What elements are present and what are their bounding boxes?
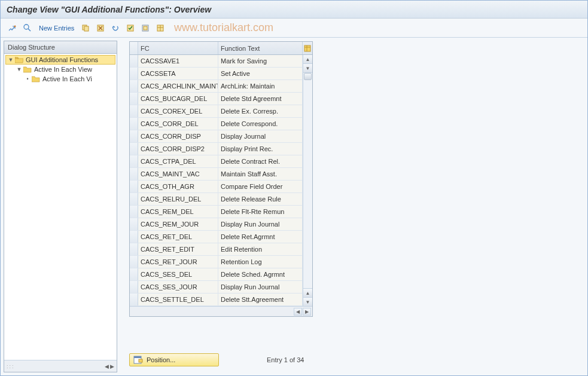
row-selector-header[interactable] — [130, 42, 138, 54]
row-selector[interactable] — [130, 268, 138, 280]
cell-fc[interactable]: CACS_RET_DEL — [138, 231, 218, 243]
cell-fc[interactable]: CACS_BUCAGR_DEL — [138, 93, 218, 105]
column-header-function-text[interactable]: Function Text — [218, 42, 303, 54]
cell-fc[interactable]: CACS_CTPA_DEL — [138, 155, 218, 167]
cell-function-text[interactable]: Delete Ex. Corresp. — [218, 105, 303, 117]
cell-function-text[interactable]: Delete Flt-Rte Remun — [218, 206, 303, 218]
cell-fc[interactable]: CACS_MAINT_VAC — [138, 168, 218, 180]
row-selector[interactable] — [130, 281, 138, 293]
cell-function-text[interactable]: Display Run Journal — [218, 281, 303, 293]
table-row[interactable]: CACS_RET_EDITEdit Retention — [130, 243, 303, 256]
scroll-right-icon[interactable]: ▶ — [110, 363, 114, 369]
table-row[interactable]: CACS_RET_JOURRetention Log — [130, 256, 303, 268]
table-row[interactable]: CACS_RELRU_DELDelete Release Rule — [130, 193, 303, 206]
cell-function-text[interactable]: Edit Retention — [218, 243, 303, 255]
cell-function-text[interactable]: ArchLink: Maintain — [218, 80, 303, 92]
scroll-left-icon[interactable]: ◀ — [105, 363, 109, 369]
table-row[interactable]: CACS_REM_JOURDisplay Run Journal — [130, 218, 303, 231]
table-row[interactable]: CACS_CORR_DISPDisplay Journal — [130, 130, 303, 143]
drag-handle-icon[interactable]: ::: — [7, 363, 15, 369]
cell-function-text[interactable]: Delete Sched. Agrmnt — [218, 268, 303, 280]
collapse-icon[interactable]: ▼ — [16, 66, 22, 72]
cell-fc[interactable]: CACS_RET_JOUR — [138, 256, 218, 268]
tree-node-child1[interactable]: ▼ Active In Each View — [5, 65, 115, 74]
copy-icon[interactable] — [80, 22, 92, 34]
cell-function-text[interactable]: Delete Correspond. — [218, 118, 303, 130]
toggle-display-icon[interactable] — [7, 22, 19, 34]
row-selector[interactable] — [130, 55, 138, 67]
table-config-icon[interactable] — [303, 42, 312, 54]
row-selector[interactable] — [130, 68, 138, 80]
tree-view[interactable]: ▼ GUI Additional Functions ▼ Active In E… — [4, 54, 117, 360]
table-row[interactable]: CACS_CTPA_DELDelete Contract Rel. — [130, 155, 303, 168]
cell-fc[interactable]: CACS_CORR_DISP — [138, 130, 218, 142]
row-selector[interactable] — [130, 93, 138, 105]
row-selector[interactable] — [130, 231, 138, 243]
cell-function-text[interactable]: Delete Stt.Agreement — [218, 294, 303, 305]
tree-node-child2[interactable]: • Active In Each Vi — [5, 74, 115, 84]
cell-fc[interactable]: CACS_RET_EDIT — [138, 243, 218, 255]
row-selector[interactable] — [130, 243, 138, 255]
row-selector[interactable] — [130, 80, 138, 92]
cell-function-text[interactable]: Delete Contract Rel. — [218, 155, 303, 167]
row-selector[interactable] — [130, 181, 138, 192]
cell-fc[interactable]: CACS_RELRU_DEL — [138, 193, 218, 205]
table-row[interactable]: CACS_ARCHLINK_MAINTArchLink: Maintain — [130, 80, 303, 93]
row-selector[interactable] — [130, 105, 138, 117]
table-row[interactable]: CACSSETASet Active — [130, 68, 303, 80]
select-all-icon[interactable] — [124, 22, 136, 34]
row-selector[interactable] — [130, 193, 138, 205]
scroll-down-icon[interactable]: ▼ — [303, 64, 312, 73]
table-row[interactable]: CACS_OTH_AGRCompare Field Order — [130, 181, 303, 193]
cell-fc[interactable]: CACS_SES_DEL — [138, 268, 218, 280]
table-row[interactable]: CACS_CORR_DELDelete Correspond. — [130, 118, 303, 130]
cell-function-text[interactable]: Delete Std Agreemnt — [218, 93, 303, 105]
cell-fc[interactable]: CACS_OTH_AGR — [138, 181, 218, 192]
table-row[interactable]: CACSSAVE1Mark for Saving — [130, 55, 303, 68]
column-header-fc[interactable]: FC — [138, 42, 218, 54]
scroll-down-icon[interactable]: ▼ — [303, 297, 312, 306]
table-row[interactable]: CACS_BUCAGR_DELDelete Std Agreemnt — [130, 93, 303, 105]
table-row[interactable]: CACS_RET_DELDelete Ret.Agrmnt — [130, 231, 303, 243]
cell-fc[interactable]: CACS_SES_JOUR — [138, 281, 218, 293]
row-selector[interactable] — [130, 143, 138, 155]
undo-icon[interactable] — [109, 22, 121, 34]
row-selector[interactable] — [130, 118, 138, 130]
scroll-up-icon[interactable]: ▲ — [303, 55, 312, 64]
row-selector[interactable] — [130, 155, 138, 167]
vertical-scrollbar[interactable]: ▲ ▼ ▲ ▼ — [303, 55, 312, 306]
table-row[interactable]: CACS_REM_DELDelete Flt-Rte Remun — [130, 206, 303, 218]
cell-fc[interactable]: CACS_CORR_DEL — [138, 118, 218, 130]
new-entries-button[interactable]: New Entries — [36, 23, 77, 33]
row-selector[interactable] — [130, 256, 138, 268]
cell-function-text[interactable]: Set Active — [218, 68, 303, 80]
cell-fc[interactable]: CACS_CORR_DISP2 — [138, 143, 218, 155]
cell-function-text[interactable]: Display Print Rec. — [218, 143, 303, 155]
cell-fc[interactable]: CACSSAVE1 — [138, 55, 218, 67]
cell-function-text[interactable]: Mark for Saving — [218, 55, 303, 67]
cell-fc[interactable]: CACSSETA — [138, 68, 218, 80]
cell-fc[interactable]: CACS_REM_JOUR — [138, 218, 218, 230]
table-row[interactable]: CACS_SES_DELDelete Sched. Agrmnt — [130, 268, 303, 281]
cell-function-text[interactable]: Compare Field Order — [218, 181, 303, 192]
scrollbar-thumb[interactable] — [304, 73, 312, 80]
find-icon[interactable] — [22, 22, 33, 34]
scroll-up-icon[interactable]: ▲ — [303, 288, 312, 297]
cell-fc[interactable]: CACS_ARCHLINK_MAINT — [138, 80, 218, 92]
cell-function-text[interactable]: Delete Release Rule — [218, 193, 303, 205]
cell-function-text[interactable]: Retention Log — [218, 256, 303, 268]
deselect-all-icon[interactable] — [139, 22, 151, 34]
scroll-left-icon[interactable]: ◀ — [294, 308, 302, 316]
cell-function-text[interactable]: Maintain Staff Asst. — [218, 168, 303, 180]
scrollbar-track[interactable] — [303, 73, 312, 288]
table-row[interactable]: CACS_COREX_DELDelete Ex. Corresp. — [130, 105, 303, 118]
row-selector[interactable] — [130, 206, 138, 218]
row-selector[interactable] — [130, 218, 138, 230]
collapse-icon[interactable]: ▼ — [8, 57, 14, 63]
row-selector[interactable] — [130, 130, 138, 142]
table-row[interactable]: CACS_CORR_DISP2Display Print Rec. — [130, 143, 303, 155]
row-selector[interactable] — [130, 168, 138, 180]
table-row[interactable]: CACS_SES_JOURDisplay Run Journal — [130, 281, 303, 294]
row-selector[interactable] — [130, 294, 138, 305]
scroll-right-icon[interactable]: ▶ — [303, 308, 311, 316]
